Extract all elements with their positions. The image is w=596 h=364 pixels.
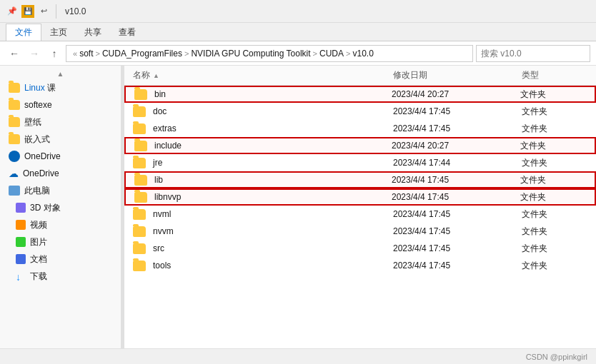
- file-list: bin 2023/4/4 20:27 文件夹 doc 2023/4/4 17:4…: [124, 86, 596, 348]
- file-type-nvml: 文件夹: [519, 208, 590, 221]
- picture-icon: [16, 237, 26, 247]
- tab-file[interactable]: 文件: [6, 24, 41, 41]
- col-type-label: 类型: [522, 69, 539, 81]
- file-row-src[interactable]: src 2023/4/4 17:45 文件夹: [124, 240, 596, 257]
- nav-item-picture[interactable]: 图片: [0, 233, 121, 251]
- file-name-libnvvp: libnvvp: [152, 192, 184, 202]
- file-modified-bin: 2023/4/4 20:27: [389, 89, 517, 99]
- folder-icon: [9, 117, 20, 127]
- nav-item-download[interactable]: ↓ 下载: [0, 268, 121, 285]
- file-row-jre[interactable]: jre 2023/4/4 17:44 文件夹: [124, 154, 596, 171]
- file-area: 名称 ▲ 修改日期 类型 bin 2023/4/4 20:27 文件夹: [124, 66, 596, 348]
- folder-icon-sm: [134, 175, 147, 186]
- up-button[interactable]: ↑: [46, 45, 63, 62]
- col-modified-label: 修改日期: [393, 69, 427, 81]
- scroll-up-arrow: ▲: [57, 70, 64, 78]
- tab-home[interactable]: 主页: [41, 24, 76, 41]
- file-modified-src: 2023/4/4 17:45: [390, 243, 519, 253]
- col-header-type[interactable]: 类型: [519, 67, 590, 84]
- main-area: ▲ Linux 课 softexe 壁纸 嵌入式 OneDrive ☁ OneD…: [0, 66, 596, 348]
- folder-icon-sm: [133, 158, 146, 168]
- onedrive-icon: [9, 151, 20, 162]
- nav-label-softexe: softexe: [24, 100, 52, 110]
- col-header-modified[interactable]: 修改日期: [390, 67, 519, 84]
- breadcrumb-nvidia[interactable]: NVIDIA GPU Computing Toolkit: [191, 49, 310, 59]
- file-modified-libnvvp: 2023/4/4 17:45: [389, 192, 517, 202]
- nav-item-onedrive1[interactable]: OneDrive: [0, 148, 121, 165]
- breadcrumb-sep2: >: [184, 49, 189, 58]
- status-bar: CSDN @ppinkgirl: [0, 348, 596, 364]
- file-name-jre: jre: [150, 158, 165, 168]
- breadcrumb-sep3: >: [313, 49, 317, 58]
- undo-icon[interactable]: ↩: [37, 5, 50, 18]
- file-name-cell-libnvvp: libnvvp: [131, 191, 389, 203]
- file-type-bin: 文件夹: [517, 89, 589, 101]
- nav-item-wallpaper[interactable]: 壁纸: [0, 113, 121, 131]
- back-button[interactable]: ←: [6, 45, 23, 62]
- file-name-cell-src: src: [130, 243, 390, 255]
- file-row-doc[interactable]: doc 2023/4/4 17:45 文件夹: [124, 103, 596, 120]
- nav-item-onedrive2[interactable]: ☁ OneDrive: [0, 165, 121, 182]
- nav-label-download: 下载: [30, 271, 47, 283]
- file-name-src: src: [150, 243, 167, 253]
- file-name-doc: doc: [150, 106, 169, 116]
- save-icon[interactable]: 💾: [21, 5, 34, 18]
- ribbon-tabs: 文件 主页 共享 查看: [0, 23, 596, 41]
- file-row-tools[interactable]: tools 2023/4/4 17:45 文件夹: [124, 257, 596, 274]
- nav-item-thispc[interactable]: 此电脑: [0, 182, 121, 199]
- file-name-cell-doc: doc: [130, 106, 390, 118]
- file-row-lib[interactable]: lib 2023/4/4 17:45 文件夹: [124, 171, 596, 188]
- file-modified-jre: 2023/4/4 17:44: [390, 158, 519, 168]
- sort-asc-icon: ▲: [153, 72, 159, 79]
- breadcrumb-soft[interactable]: soft: [79, 49, 93, 59]
- onedrive-cloud-icon: ☁: [9, 168, 19, 179]
- file-name-cell-lib: lib: [131, 174, 389, 186]
- nav-item-video[interactable]: 视频: [0, 216, 121, 233]
- folder-icon: [9, 100, 20, 110]
- breadcrumb[interactable]: « soft > CUDA_ProgramFiles > NVIDIA GPU …: [66, 45, 473, 62]
- file-row-nvml[interactable]: nvml 2023/4/4 17:45 文件夹: [124, 206, 596, 223]
- file-row-bin[interactable]: bin 2023/4/4 20:27 文件夹: [124, 86, 596, 103]
- tab-share[interactable]: 共享: [76, 24, 110, 41]
- col-header-name[interactable]: 名称 ▲: [130, 67, 390, 84]
- download-icon: ↓: [16, 271, 26, 281]
- folder-icon-sm: [133, 243, 146, 254]
- file-type-doc: 文件夹: [519, 106, 590, 118]
- folder-icon: [9, 83, 20, 93]
- tab-view[interactable]: 查看: [110, 24, 144, 41]
- file-name-cell-nvvm: nvvm: [130, 226, 390, 238]
- breadcrumb-sep1: >: [95, 49, 99, 58]
- folder-icon-sm: [133, 261, 146, 271]
- watermark: CSDN @ppinkgirl: [526, 353, 587, 361]
- file-name-cell-tools: tools: [130, 260, 390, 272]
- nav-item-3dobject[interactable]: 3D 对象: [0, 199, 121, 216]
- file-row-nvvm[interactable]: nvvm 2023/4/4 17:45 文件夹: [124, 223, 596, 240]
- breadcrumb-v10[interactable]: v10.0: [352, 49, 373, 59]
- file-row-libnvvp[interactable]: libnvvp 2023/4/4 17:45 文件夹: [124, 188, 596, 206]
- file-type-libnvvp: 文件夹: [517, 191, 589, 203]
- nav-label-onedrive2: OneDrive: [23, 168, 59, 178]
- nav-item-linux[interactable]: Linux 课: [0, 79, 121, 96]
- nav-label-document: 文档: [30, 253, 47, 266]
- col-name-label: 名称: [133, 69, 150, 81]
- file-type-tools: 文件夹: [519, 260, 590, 272]
- breadcrumb-cuda[interactable]: CUDA: [319, 49, 344, 59]
- nav-item-softexe[interactable]: softexe: [0, 96, 121, 113]
- file-row-extras[interactable]: extras 2023/4/4 17:45 文件夹: [124, 120, 596, 137]
- quick-access-pin[interactable]: 📌: [6, 5, 19, 18]
- separator: [56, 4, 56, 19]
- folder-icon: [9, 134, 20, 144]
- nav-label-wallpaper: 壁纸: [24, 116, 41, 128]
- file-name-bin: bin: [152, 89, 169, 99]
- scroll-up-indicator: ▲: [0, 69, 121, 79]
- file-modified-doc: 2023/4/4 17:45: [390, 106, 519, 116]
- search-input[interactable]: [476, 45, 590, 62]
- file-row-include[interactable]: include 2023/4/4 20:27 文件夹: [124, 137, 596, 154]
- nav-item-embedded[interactable]: 嵌入式: [0, 131, 121, 148]
- file-type-include: 文件夹: [517, 140, 589, 152]
- file-name-include: include: [152, 141, 184, 151]
- forward-button[interactable]: →: [26, 45, 43, 62]
- window-title: v10.0: [65, 6, 86, 16]
- breadcrumb-cuda-programfiles[interactable]: CUDA_ProgramFiles: [102, 49, 182, 59]
- nav-item-document[interactable]: 文档: [0, 251, 121, 268]
